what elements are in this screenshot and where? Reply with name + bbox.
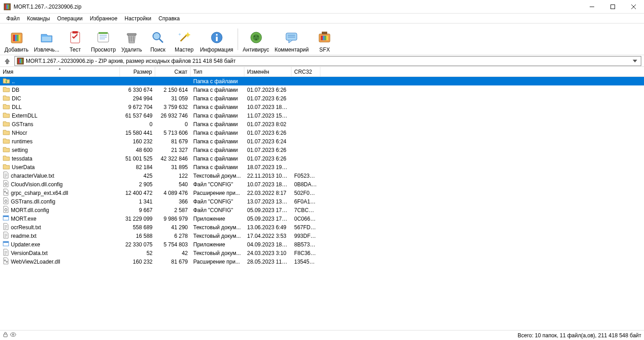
file-row[interactable]: CloudVision.dll.config2 905540Файл "CONF… — [0, 180, 644, 189]
cell-modified: 13.06.2023 6:49 — [244, 224, 291, 231]
cfg-icon — [3, 206, 9, 214]
header-crc[interactable]: CRC32 — [291, 67, 320, 76]
header-size-label: Размер — [134, 69, 152, 75]
cell-size: 2 905 — [120, 181, 155, 188]
toolbar-sfx-button[interactable]: SFX — [311, 25, 338, 54]
toolbar-comment-label: Комментарий — [275, 47, 309, 53]
cell-name: UserData — [0, 163, 120, 171]
cell-name: runtimes — [0, 137, 120, 145]
svg-rect-78 — [4, 334, 7, 337]
cell-crc: 7CBCC3A8 — [291, 207, 320, 213]
cell-type: Папка с файлами — [191, 113, 244, 119]
header-crc-label: CRC32 — [294, 69, 312, 75]
toolbar-wizard-button[interactable]: Мастер — [171, 25, 197, 54]
file-row[interactable]: grpc_csharp_ext.x64.dll12 400 4724 089 4… — [0, 189, 644, 197]
cell-type: Папка с файлами — [191, 104, 244, 110]
file-row[interactable]: characterValue.txt425122Текстовый докум.… — [0, 171, 644, 180]
toolbar-add-label: Добавить — [5, 47, 29, 53]
cell-size: 15 580 441 — [120, 130, 155, 136]
svg-rect-15 — [72, 31, 78, 33]
cfg-icon — [3, 197, 9, 206]
toolbar-info-button[interactable]: Информация — [197, 25, 236, 54]
toolbar-delete-button[interactable]: Удалить — [119, 25, 145, 54]
menu-справка[interactable]: Справка — [155, 14, 183, 23]
file-row[interactable]: UserData82 18431 895Папка с файлами18.07… — [0, 163, 644, 171]
file-row[interactable]: WebView2Loader.dll160 23281 679Расширени… — [0, 257, 644, 266]
toolbar-add-button[interactable]: Добавить — [2, 25, 31, 54]
file-row[interactable]: MORT.exe31 229 0999 986 979Приложение05.… — [0, 214, 644, 223]
header-modified[interactable]: Изменён — [244, 67, 291, 76]
cell-modified: 22.03.2022 8:17 — [244, 190, 291, 196]
file-row[interactable]: GSTrans.dll.config1 341366Файл "CONFIG"1… — [0, 197, 644, 206]
cell-packed: 21 327 — [155, 147, 191, 153]
file-row[interactable]: Updater.exe22 330 0755 754 803Приложение… — [0, 240, 644, 249]
file-row[interactable]: DB6 330 6742 150 614Папка с файлами01.07… — [0, 85, 644, 94]
menu-настройки[interactable]: Настройки — [121, 14, 155, 23]
toolbar-virus-button[interactable]: Антивирус — [240, 25, 272, 54]
minimize-button[interactable] — [582, 0, 602, 14]
folder-icon — [3, 103, 10, 111]
cell-type: Файл "CONFIG" — [191, 181, 244, 188]
maximize-button[interactable] — [602, 0, 623, 14]
cell-modified: 05.09.2023 17:31 — [244, 216, 291, 222]
menu-операции[interactable]: Операции — [53, 14, 86, 23]
file-row[interactable]: ExternDLL61 537 64926 932 746Папка с фай… — [0, 111, 644, 120]
file-row[interactable]: setting48 60021 327Папка с файлами01.07.… — [0, 146, 644, 154]
cell-size: 425 — [120, 173, 155, 179]
toolbar-test-button[interactable]: Тест — [62, 25, 88, 54]
svg-rect-64 — [3, 216, 9, 217]
file-row[interactable]: runtimes160 23281 679Папка с файлами01.0… — [0, 137, 644, 146]
menu-команды[interactable]: Команды — [24, 14, 54, 23]
statusbar: Всего: 10 папок, 11 файл(а,ов), 211 418 … — [0, 330, 644, 340]
cell-packed: 5 754 803 — [155, 241, 191, 248]
svg-point-80 — [12, 334, 14, 335]
toolbar: ДобавитьИзвлечь...ТестПросмотрУдалитьПои… — [0, 24, 644, 55]
file-row[interactable]: DIC294 99431 059Папка с файлами01.07.202… — [0, 94, 644, 103]
svg-rect-11 — [17, 35, 19, 41]
toolbar-comment-button[interactable]: Комментарий — [272, 25, 312, 54]
header-size[interactable]: Размер — [120, 67, 155, 76]
cell-modified: 10.07.2023 18:57 — [244, 181, 291, 188]
header-type[interactable]: Тип — [191, 67, 244, 76]
file-row[interactable]: DLL9 672 7043 759 632Папка с файлами10.0… — [0, 103, 644, 111]
file-row[interactable]: readme.txt16 5886 278Текстовый докум...1… — [0, 231, 644, 240]
svg-rect-36 — [286, 33, 297, 40]
txt-icon — [3, 171, 9, 180]
cell-type: Текстовый докум... — [191, 224, 244, 231]
file-row[interactable]: tessdata51 001 52542 322 846Папка с файл… — [0, 154, 644, 163]
file-name: tessdata — [12, 156, 32, 162]
file-row[interactable]: NHocr15 580 4415 713 606Папка с файлами0… — [0, 128, 644, 137]
path-dropdown-icon[interactable] — [631, 60, 639, 62]
cell-type: Папка с файлами — [191, 147, 244, 153]
toolbar-view-button[interactable]: Просмотр — [88, 25, 119, 54]
cell-modified: 22.11.2013 10:12 — [244, 173, 291, 179]
file-row[interactable]: MORT.dll.config9 6672 587Файл "CONFIG"05… — [0, 206, 644, 214]
cell-crc: F05230C1 — [291, 173, 320, 179]
cell-name: CloudVision.dll.config — [0, 180, 120, 189]
cell-size: 52 — [120, 250, 155, 256]
cell-packed: 9 986 979 — [155, 216, 191, 222]
menu-файл[interactable]: Файл — [3, 14, 24, 23]
up-icon — [3, 77, 10, 85]
svg-rect-72 — [3, 241, 9, 243]
cell-size: 0 — [120, 121, 155, 128]
path-input[interactable]: MORT.1.267.-.20230906.zip - ZIP архив, р… — [14, 56, 641, 66]
file-row[interactable]: ocrResult.txt558 68941 290Текстовый доку… — [0, 223, 644, 231]
file-row[interactable]: ..Папка с файлами — [0, 77, 644, 85]
toolbar-extract-button[interactable]: Извлечь... — [31, 25, 62, 54]
header-name[interactable]: ▴Имя — [0, 67, 120, 76]
file-list[interactable]: ..Папка с файламиDB6 330 6742 150 614Пап… — [0, 77, 644, 330]
file-row[interactable]: GSTrans00Папка с файлами01.07.2023 8:02 — [0, 120, 644, 128]
test-icon — [68, 30, 82, 45]
close-button[interactable] — [623, 0, 644, 14]
up-button[interactable] — [3, 57, 12, 66]
svg-rect-12 — [19, 35, 20, 41]
cell-type: Папка с файлами — [191, 87, 244, 93]
menu-избранное[interactable]: Избранное — [86, 14, 121, 23]
svg-rect-44 — [322, 32, 327, 34]
toolbar-find-button[interactable]: Поиск — [145, 25, 171, 54]
header-packed[interactable]: Сжат — [155, 67, 191, 76]
cell-modified: 04.09.2023 18:22 — [244, 241, 291, 248]
svg-rect-20 — [99, 32, 108, 34]
file-row[interactable]: VersionData.txt5242Текстовый докум...24.… — [0, 249, 644, 257]
